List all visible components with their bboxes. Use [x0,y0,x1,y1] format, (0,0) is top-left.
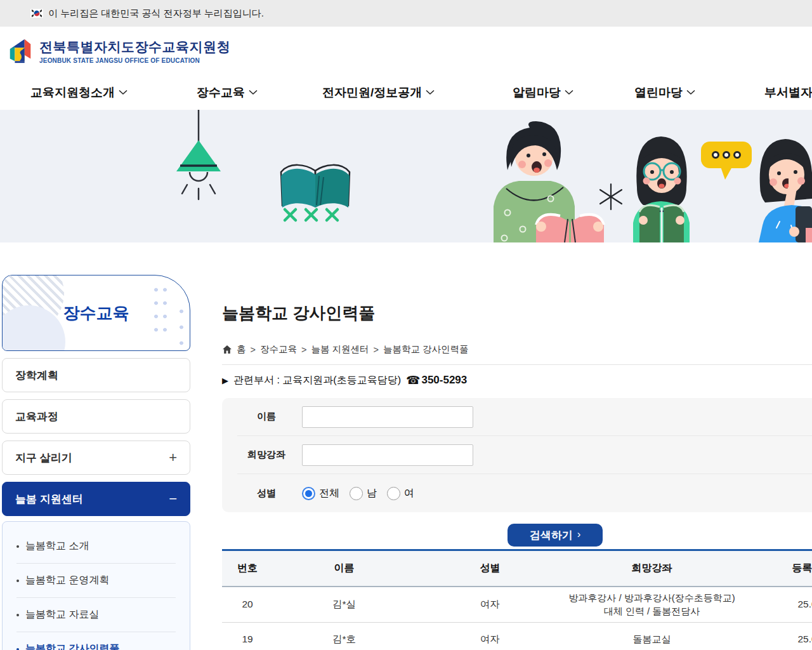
name-field-label: 이름 [237,411,296,423]
nav-item-jangsu-education[interactable]: 장수교육 [197,75,258,110]
col-header-registered: 등록일 [739,550,812,587]
nav-item-label: 전자민원/정보공개 [322,84,422,101]
cell-registered: 25.0 [739,623,812,650]
col-header-course: 희망강좌 [565,550,739,587]
logo-mark-icon [6,37,34,65]
sidebar-item-label: 늘봄 지원센터 [15,492,83,507]
plus-icon[interactable]: + [169,449,177,466]
nav-item-open-plaza[interactable]: 열린마당 [634,75,695,110]
radio-gender-female[interactable] [387,487,400,500]
chevron-down-icon [686,90,695,95]
sidebar-subitem-neulbom-intro[interactable]: 늘봄학교 소개 [16,529,176,564]
minus-icon[interactable]: − [169,491,177,507]
nav-item-departments[interactable]: 부서별자료실 [764,75,812,110]
nav-item-label: 알림마당 [513,84,561,101]
chevron-down-icon [249,90,258,95]
radio-label-all[interactable]: 전체 [319,487,339,500]
related-department-text: 관련부서 : 교육지원과(초등교육담당) [233,374,401,387]
logo-subtitle: JEONBUK STATE JANGSU OFFICE OF EDUCATION [39,57,230,64]
hero-banner [0,110,812,242]
sidebar-subitem-label: 늘봄학교 자료실 [25,608,99,621]
x-marks-icon [285,209,337,220]
breadcrumb-separator: > [251,345,256,355]
lamp-icon [176,110,221,199]
bullet-icon [16,580,19,582]
breadcrumb-neulbom-center[interactable]: 늘봄 지원센터 [311,343,369,355]
search-row-gender: 성별 전체 남 여 [237,474,812,512]
phone-icon: ☎ [406,373,420,387]
sidebar: 장수교육 장학계획 교육과정 지구 살리기 + 늘봄 지원센터 − 늘봄학교 소… [2,275,190,650]
instructor-table: 번호 이름 성별 희망강좌 등록일 20 김*실 여자 방과후강사 / 방과후강… [222,549,812,650]
phone-number: 350-5293 [421,374,467,387]
course-line: 대체 인력 / 돌봄전담사 [565,604,739,618]
sidebar-submenu: 늘봄학교 소개 늘봄학교 운영계획 늘봄학교 자료실 늘봄학교 강사인력풀 [2,521,190,650]
content-area: 장수교육 장학계획 교육과정 지구 살리기 + 늘봄 지원센터 − 늘봄학교 소… [0,242,812,650]
table-header-row: 번호 이름 성별 희망강좌 등록일 [222,550,812,587]
sidebar-subitem-label: 늘봄학교 운영계획 [25,574,109,587]
chevron-down-icon [565,90,573,95]
breadcrumb-jangsu-education[interactable]: 장수교육 [260,343,297,355]
col-header-gender: 성별 [416,550,565,587]
boy-pointing-illustration [759,139,812,242]
page: 이 누리집은 대한민국 공식 전자정부 누리집입니다. 전북특별자치도장수교육지… [0,0,812,650]
table-row[interactable]: 19 김*호 여자 돌봄교실 25.0 [222,623,812,650]
cell-gender: 여자 [416,623,565,650]
chevron-down-icon [426,90,435,95]
sidebar-subitem-instructor-pool[interactable]: 늘봄학교 강사인력풀 [16,632,176,650]
search-row-name: 이름 [237,398,812,436]
decor-dot-grid [177,303,187,351]
sidebar-item-save-earth[interactable]: 지구 살리기 + [2,441,190,475]
col-header-name: 이름 [273,550,416,587]
cell-no: 19 [222,623,273,650]
course-input[interactable] [302,444,473,466]
cell-gender: 여자 [416,587,565,623]
sidebar-item-scholarship-plan[interactable]: 장학계획 [2,358,190,392]
nav-item-news[interactable]: 알림마당 [513,75,573,110]
nav-item-label: 열린마당 [634,84,683,101]
gender-field-label: 성별 [237,488,296,500]
search-panel: 이름 희망강좌 성별 전체 남 여 [222,398,812,512]
radio-label-female[interactable]: 여 [404,487,414,500]
chevron-right-icon: › [577,528,581,541]
cell-name: 김*호 [273,623,416,650]
sidebar-subitem-label: 늘봄학교 강사인력풀 [25,642,119,650]
sidebar-subitem-label: 늘봄학교 소개 [25,540,89,553]
main-nav: 교육지원청소개 장수교육 전자민원/정보공개 알림마당 열린마당 부서별자료실 [0,75,812,110]
name-input[interactable] [302,406,473,428]
cell-registered: 25.0 [739,587,812,623]
sidebar-subitem-neulbom-plan[interactable]: 늘봄학교 운영계획 [16,564,176,598]
nav-item-office-intro[interactable]: 교육지원청소개 [30,75,128,110]
main-content: 늘봄학교 강사인력풀 홈 > 장수교육 > 늘봄 지원센터 > 늘봄학교 강사인… [222,293,812,650]
divider [222,364,812,365]
radio-gender-all[interactable] [302,487,315,500]
gov-banner-text: 이 누리집은 대한민국 공식 전자정부 누리집입니다. [48,8,264,20]
chevron-down-icon [119,90,128,95]
site-header: 전북특별자치도장수교육지원청 JEONBUK STATE JANGSU OFFI… [0,27,812,75]
radio-gender-male[interactable] [350,487,363,500]
breadcrumb-home[interactable]: 홈 [237,343,246,355]
table-row[interactable]: 20 김*실 여자 방과후강사 / 방과후강사(장수초등학교) 대체 인력 / … [222,587,812,623]
sidebar-item-curriculum[interactable]: 교육과정 [2,399,190,434]
course-line: 방과후강사 / 방과후강사(장수초등학교) [565,591,739,605]
cell-course: 방과후강사 / 방과후강사(장수초등학교) 대체 인력 / 돌봄전담사 [565,587,739,623]
nav-item-label: 장수교육 [197,84,245,101]
radio-label-male[interactable]: 남 [367,487,377,500]
course-line: 돌봄교실 [565,632,739,646]
gender-radio-group: 전체 남 여 [302,487,424,500]
sidebar-item-neulbom-center[interactable]: 늘봄 지원센터 − [2,482,190,516]
decor-dot-grid [152,283,169,340]
hero-illustration [0,110,812,242]
home-icon [222,345,232,354]
site-logo[interactable]: 전북특별자치도장수교육지원청 JEONBUK STATE JANGSU OFFI… [6,37,230,65]
page-title: 늘봄학교 강사인력풀 [222,302,812,324]
cell-name: 김*실 [273,587,416,623]
marker-triangle-icon: ▶ [222,376,228,385]
sidebar-subitem-neulbom-archive[interactable]: 늘봄학교 자료실 [16,598,176,632]
search-button[interactable]: 검색하기 › [508,524,603,547]
bullet-icon [16,648,19,650]
sidebar-item-label: 장학계획 [15,368,58,383]
nav-item-civil-info[interactable]: 전자민원/정보공개 [322,75,435,110]
related-phone: ☎ 350-5293 [406,373,467,387]
search-row-course: 희망강좌 [237,436,812,474]
boy-reading-illustration [494,121,604,242]
